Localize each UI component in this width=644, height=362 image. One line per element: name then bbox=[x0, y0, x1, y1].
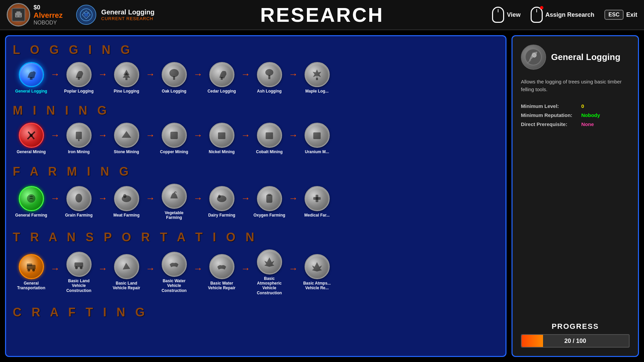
assign-research-button[interactable]: Assign Research bbox=[531, 7, 594, 23]
node-circle-uranium bbox=[305, 123, 330, 148]
node-stone-mining[interactable]: Stone Mining bbox=[108, 123, 145, 154]
arrow-transport-2: → bbox=[98, 263, 107, 281]
node-general-farming[interactable]: General Farming bbox=[13, 186, 50, 218]
svg-point-42 bbox=[28, 269, 30, 272]
min-rep-value: Nobody bbox=[581, 112, 600, 118]
view-button[interactable]: View bbox=[492, 7, 521, 23]
research-icon bbox=[76, 5, 96, 25]
svg-rect-27 bbox=[218, 132, 225, 139]
arrow-transport-6: → bbox=[288, 263, 298, 281]
arrow-mining-3: → bbox=[146, 130, 155, 147]
node-general-transportation[interactable]: General Transportation bbox=[13, 254, 50, 291]
svg-point-2 bbox=[16, 15, 17, 17]
node-medical-farming[interactable]: Medical Far... bbox=[299, 186, 335, 218]
node-circle-stone bbox=[114, 123, 139, 148]
node-land-vehicle-construction[interactable]: Basic Land Vehicle Construction bbox=[60, 252, 97, 293]
arrow-logging-2: → bbox=[98, 69, 107, 86]
node-atmospheric-repair[interactable]: Basic Atmps... Vehicle Re... bbox=[299, 254, 335, 291]
left-panel: L O G G I N G General Logging → bbox=[5, 35, 506, 357]
node-label-oxygen: Oxygen Farming bbox=[254, 213, 285, 218]
node-circle-copper bbox=[162, 123, 187, 148]
mining-row: General Mining → Iron Mining → Stone Min… bbox=[13, 123, 499, 154]
arrow-farming-5: → bbox=[241, 193, 250, 210]
node-uranium-mining[interactable]: Uranium M... bbox=[299, 123, 335, 154]
transportation-title: T R A N S P O R T A T I O N bbox=[13, 230, 499, 244]
node-label-medical: Medical Far... bbox=[304, 213, 329, 218]
exit-button[interactable]: ESC Exit bbox=[604, 10, 637, 20]
arrow-transport-3: → bbox=[146, 263, 155, 281]
node-label-nickel: Nickel Mining bbox=[209, 149, 234, 154]
node-label-stone: Stone Mining bbox=[114, 149, 139, 154]
node-circle-water-repair bbox=[209, 254, 234, 279]
node-water-vehicle-construction[interactable]: Basic Water Vehicle Construction bbox=[156, 252, 193, 293]
svg-rect-44 bbox=[74, 262, 83, 267]
svg-rect-15 bbox=[173, 76, 175, 80]
farming-section: F A R M I N G General Farming → bbox=[13, 165, 499, 220]
detail-header: General Logging bbox=[521, 45, 630, 70]
svg-point-43 bbox=[32, 269, 35, 272]
node-pine-logging[interactable]: Pine Logging bbox=[108, 62, 145, 94]
node-oxygen-farming[interactable]: Oxygen Farming bbox=[251, 186, 288, 218]
min-level-value: 0 bbox=[581, 103, 584, 109]
mining-title: M I N I N G bbox=[13, 104, 499, 118]
node-circle-cobalt bbox=[257, 123, 282, 148]
progress-bar-fill bbox=[522, 335, 543, 347]
player-faction: NOBODY bbox=[34, 20, 63, 26]
svg-rect-28 bbox=[266, 132, 273, 139]
node-label-land-construction: Basic Land Vehicle Construction bbox=[62, 279, 96, 293]
esc-key: ESC bbox=[604, 10, 624, 20]
current-research-text: General Logging CURRENT RESEARCH bbox=[101, 8, 155, 21]
node-circle-atmospheric-repair bbox=[305, 254, 330, 279]
node-copper-mining[interactable]: Copper Mining bbox=[156, 123, 193, 154]
progress-text: 20 / 100 bbox=[564, 338, 586, 345]
arrow-logging-5: → bbox=[241, 69, 250, 86]
arrow-farming-6: → bbox=[288, 193, 298, 210]
arrow-farming-3: → bbox=[146, 193, 155, 210]
node-circle-medical bbox=[305, 186, 330, 211]
node-cobalt-mining[interactable]: Cobalt Mining bbox=[251, 123, 288, 154]
node-meat-farming[interactable]: Meat Farming bbox=[108, 186, 145, 218]
node-dairy-farming[interactable]: Dairy Farming bbox=[203, 186, 240, 218]
arrow-mining-5: → bbox=[241, 130, 250, 147]
node-label-atmospheric-repair: Basic Atmps... Vehicle Re... bbox=[300, 281, 334, 291]
assign-research-label: Assign Research bbox=[545, 11, 594, 18]
node-land-vehicle-repair[interactable]: Basic Land Vehicle Repair bbox=[108, 254, 145, 291]
arrow-mining-4: → bbox=[193, 130, 203, 147]
min-level-label: Minimum Level: bbox=[521, 103, 581, 109]
svg-point-17 bbox=[265, 69, 273, 76]
node-vegetable-farming[interactable]: Vegetable Farming bbox=[156, 184, 193, 220]
svg-rect-0 bbox=[15, 13, 22, 17]
node-maple-logging[interactable]: Maple Log... bbox=[299, 62, 335, 94]
arrow-farming-1: → bbox=[50, 193, 60, 210]
exit-label: Exit bbox=[626, 11, 637, 18]
svg-point-33 bbox=[123, 194, 126, 198]
node-iron-mining[interactable]: Iron Mining bbox=[60, 123, 97, 154]
node-label-poplar: Poplar Logging bbox=[64, 89, 94, 94]
detail-stats: Minimum Level: 0 Minimum Reputation: Nob… bbox=[521, 103, 630, 130]
node-nickel-mining[interactable]: Nickel Mining bbox=[203, 123, 240, 154]
node-label-cobalt: Cobalt Mining bbox=[256, 149, 282, 154]
svg-rect-1 bbox=[16, 11, 20, 13]
node-poplar-logging[interactable]: Poplar Logging bbox=[60, 62, 97, 94]
node-cedar-logging[interactable]: Cedar Logging bbox=[203, 62, 240, 94]
svg-rect-23 bbox=[76, 132, 82, 139]
node-atmospheric-construction[interactable]: Basic Atmospheric Vehicle Construction bbox=[251, 249, 288, 296]
node-oak-logging[interactable]: Oak Logging bbox=[156, 62, 193, 94]
node-circle-water-construction bbox=[162, 252, 187, 277]
money-name: $0 Alverrez NOBODY bbox=[34, 4, 63, 26]
svg-rect-29 bbox=[313, 132, 321, 139]
transportation-section: T R A N S P O R T A T I O N General Tran… bbox=[13, 230, 499, 296]
node-water-vehicle-repair[interactable]: Basic Water Vehicle Repair bbox=[203, 254, 240, 291]
node-ash-logging[interactable]: Ash Logging bbox=[251, 62, 288, 94]
node-label-meat: Meat Farming bbox=[113, 213, 140, 218]
node-grain-farming[interactable]: Grain Farming bbox=[60, 186, 97, 218]
node-general-logging[interactable]: General Logging bbox=[13, 62, 50, 94]
node-general-mining[interactable]: General Mining bbox=[13, 123, 50, 154]
page-title: RESEARCH bbox=[260, 3, 384, 26]
node-circle-nickel bbox=[209, 123, 234, 148]
right-panel: General Logging Allows the logging of tr… bbox=[512, 35, 639, 357]
node-label-iron: Iron Mining bbox=[68, 149, 90, 154]
node-circle-dairy bbox=[209, 186, 234, 211]
node-circle-iron bbox=[66, 123, 92, 148]
arrow-farming-2: → bbox=[98, 193, 107, 210]
